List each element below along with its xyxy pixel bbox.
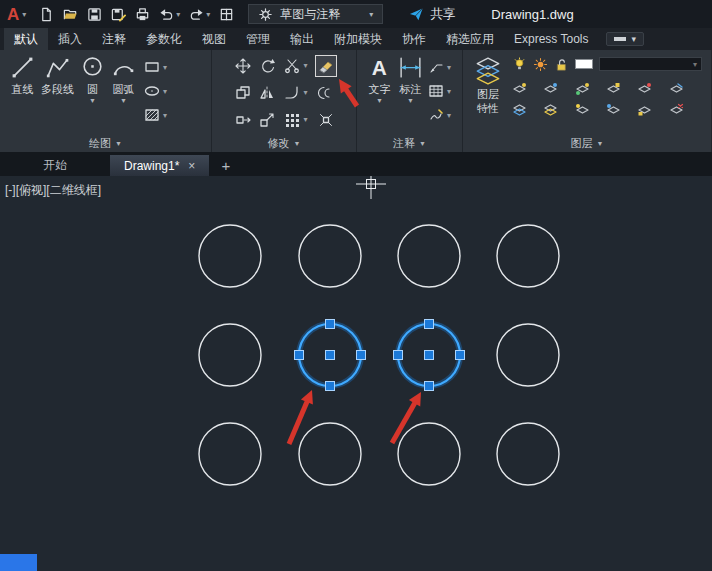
quick-access-toolbar: ▾ ▾ xyxy=(39,7,234,22)
layer-tool-icon[interactable] xyxy=(543,102,558,117)
chevron-down-icon: ▾ xyxy=(163,63,167,72)
layer-tool-icon[interactable] xyxy=(637,81,652,96)
app-menu-button[interactable]: A ▾ xyxy=(7,6,26,23)
save-as-button[interactable] xyxy=(111,7,126,22)
ribbon-tab-output[interactable]: 输出 xyxy=(280,28,324,50)
sheet-set-button[interactable] xyxy=(219,7,234,22)
chevron-down-icon: ▾ xyxy=(206,10,210,19)
mirror-button[interactable] xyxy=(259,85,275,101)
erase-button[interactable] xyxy=(315,55,337,77)
layer-tool-icon[interactable] xyxy=(606,81,621,96)
close-icon[interactable]: × xyxy=(188,159,195,173)
ellipse-button[interactable]: ▾ xyxy=(144,83,167,99)
layer-tool-icon[interactable] xyxy=(606,102,621,117)
ribbon-tab-annotate[interactable]: 注释 xyxy=(92,28,136,50)
chevron-down-icon: ▼ xyxy=(294,140,301,147)
ellipse-icon xyxy=(144,83,160,99)
layer-color-swatch xyxy=(575,59,593,69)
markup-button[interactable]: ▾ xyxy=(428,107,451,123)
ribbon-tab-parametric[interactable]: 参数化 xyxy=(136,28,192,50)
layer-combo[interactable]: ▾ xyxy=(512,55,702,73)
save-button[interactable] xyxy=(87,7,102,22)
printer-icon xyxy=(135,7,150,22)
polyline-button[interactable]: 多段线 xyxy=(38,54,77,98)
layer-tool-icon[interactable] xyxy=(543,81,558,96)
workspace-selector[interactable]: 草图与注释 ▾ xyxy=(248,4,383,24)
open-folder-icon xyxy=(63,7,78,22)
ribbon-tab-view[interactable]: 视图 xyxy=(192,28,236,50)
save-as-icon xyxy=(111,7,126,22)
file-tab-start[interactable]: 开始 xyxy=(0,155,110,176)
scale-button[interactable] xyxy=(259,112,275,128)
fillet-button[interactable]: ▾ xyxy=(284,85,307,101)
redo-icon xyxy=(189,7,204,22)
arc-icon xyxy=(111,55,136,80)
layer-tool-icon[interactable] xyxy=(512,81,527,96)
array-button[interactable]: ▾ xyxy=(284,112,307,128)
layer-properties-button[interactable]: 图层 特性 xyxy=(470,54,506,117)
layer-tool-icon[interactable] xyxy=(575,102,590,117)
sun-icon xyxy=(533,57,548,72)
panel-layers-expander[interactable]: 图层▼ xyxy=(463,135,711,152)
save-icon xyxy=(87,7,102,22)
undo-button[interactable]: ▾ xyxy=(159,7,180,22)
copy-button[interactable] xyxy=(235,85,251,101)
hatch-button[interactable]: ▾ xyxy=(144,107,167,123)
ribbon-display-options-button[interactable]: ▾ xyxy=(606,32,644,46)
drawing-area[interactable]: [-][俯视][二维线框] xyxy=(0,176,712,571)
ribbon-tab-collaborate[interactable]: 协作 xyxy=(392,28,436,50)
panel-annotation-expander[interactable]: 注释▼ xyxy=(357,135,462,152)
ribbon-tab-manage[interactable]: 管理 xyxy=(236,28,280,50)
table-button[interactable]: ▾ xyxy=(428,83,451,99)
stretch-button[interactable] xyxy=(235,112,251,128)
chevron-down-icon: ▼ xyxy=(597,140,604,147)
erase-icon xyxy=(318,58,334,74)
share-button[interactable]: 共享 xyxy=(409,6,455,23)
explode-icon xyxy=(318,112,334,128)
ribbon-tab-home[interactable]: 默认 xyxy=(4,28,48,50)
line-button[interactable]: 直线 xyxy=(7,54,38,98)
file-tab-drawing1[interactable]: Drawing1* × xyxy=(110,155,209,176)
gear-icon xyxy=(258,7,273,22)
ribbon-tab-express-tools[interactable]: Express Tools xyxy=(504,28,598,50)
layer-tool-icon[interactable] xyxy=(512,102,527,117)
arc-button[interactable]: 圆弧 ▼ xyxy=(108,54,139,104)
panel-modify-expander[interactable]: 修改▼ xyxy=(212,135,356,152)
layer-tool-icon[interactable] xyxy=(669,81,684,96)
rectangle-button[interactable]: ▾ xyxy=(144,59,167,75)
offset-button[interactable] xyxy=(318,85,334,101)
line-icon xyxy=(10,55,35,80)
move-button[interactable] xyxy=(235,58,251,74)
redo-button[interactable]: ▾ xyxy=(189,7,210,22)
markup-icon xyxy=(428,107,444,123)
dimension-button[interactable]: 标注 ▼ xyxy=(395,54,426,104)
new-file-icon xyxy=(39,7,54,22)
new-file-button[interactable] xyxy=(39,7,54,22)
layer-tool-icon[interactable] xyxy=(637,102,652,117)
layer-tool-icon[interactable] xyxy=(669,102,684,117)
chevron-down-icon: ▾ xyxy=(303,115,307,124)
chevron-down-icon: ▼ xyxy=(89,99,96,103)
panel-draw-expander[interactable]: 绘图▼ xyxy=(0,135,211,152)
text-button[interactable]: A 文字 ▼ xyxy=(364,54,395,104)
ribbon-tab-insert[interactable]: 插入 xyxy=(48,28,92,50)
titlebar: A ▾ ▾ ▾ 草图与注释 ▾ 共享 Drawing1.dwg xyxy=(0,0,712,28)
rotate-button[interactable] xyxy=(259,58,275,74)
ribbon-tab-featured-apps[interactable]: 精选应用 xyxy=(436,28,504,50)
new-drawing-tab-button[interactable]: + xyxy=(221,158,230,173)
paper-plane-icon xyxy=(409,7,424,22)
circle-button[interactable]: 圆 ▼ xyxy=(77,54,108,104)
copy-icon xyxy=(235,85,251,101)
layer-dropdown[interactable]: ▾ xyxy=(599,57,702,71)
trim-button[interactable]: ▾ xyxy=(284,58,307,74)
layer-tool-icon[interactable] xyxy=(575,81,590,96)
bottom-left-blue-fragment xyxy=(0,554,37,571)
chevron-down-icon: ▾ xyxy=(22,10,26,19)
leader-button[interactable]: ▾ xyxy=(428,59,451,75)
chevron-down-icon: ▾ xyxy=(447,111,451,120)
viewport-controls[interactable]: [-][俯视][二维线框] xyxy=(5,182,101,199)
explode-button[interactable] xyxy=(318,112,334,128)
ribbon-tab-addins[interactable]: 附加模块 xyxy=(324,28,392,50)
plot-button[interactable] xyxy=(135,7,150,22)
open-button[interactable] xyxy=(63,7,78,22)
